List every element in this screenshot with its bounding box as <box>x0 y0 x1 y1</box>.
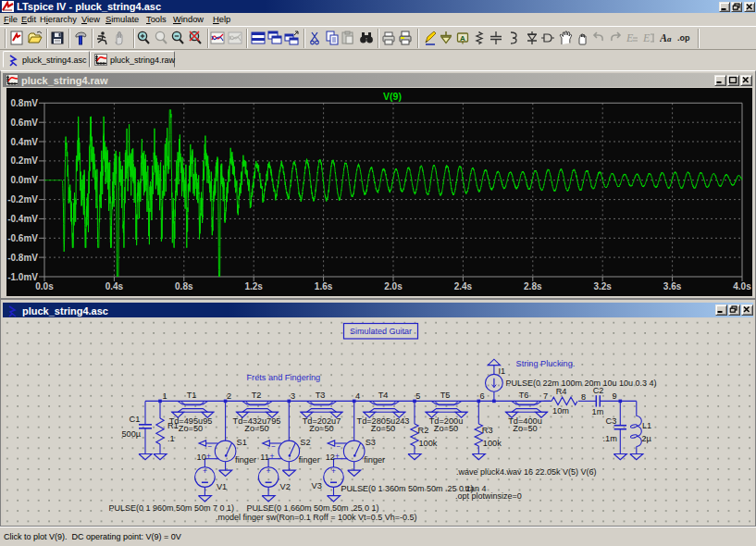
svg-text:.1: .1 <box>167 434 175 443</box>
svg-text:0.2mV: 0.2mV <box>11 155 39 166</box>
svg-text:L1: L1 <box>642 421 651 430</box>
svg-text:I1: I1 <box>499 366 506 376</box>
svg-text:-0.4mV: -0.4mV <box>7 214 38 224</box>
svg-text:9: 9 <box>612 391 616 401</box>
svg-text:-0.8mV: -0.8mV <box>7 253 38 263</box>
svg-text:2.0s: 2.0s <box>384 281 403 292</box>
svg-text:.model finger sw(Ron=0.1 Roff: .model finger sw(Ron=0.1 Roff = 100k Vt=… <box>216 513 416 522</box>
svg-text:S3: S3 <box>366 438 376 447</box>
svg-text:T3: T3 <box>316 391 326 400</box>
svg-text:7: 7 <box>543 391 548 401</box>
svg-text:A: A <box>660 31 667 44</box>
svg-text:6: 6 <box>479 391 484 401</box>
svg-text:C3: C3 <box>606 416 617 426</box>
svg-text:2: 2 <box>227 391 231 401</box>
svg-text:1m: 1m <box>592 407 604 416</box>
svg-text:PULSE(0 22m 100m 20m 10u 10u 0: PULSE(0 22m 100m 20m 10u 10u 0.3 4) <box>506 378 657 388</box>
svg-text:1: 1 <box>162 391 167 401</box>
svg-text:Zo=50: Zo=50 <box>371 424 395 433</box>
svg-text:+: + <box>331 466 336 476</box>
svg-text:C1: C1 <box>130 415 141 424</box>
svg-text:2µ: 2µ <box>642 434 652 443</box>
svg-text:100k: 100k <box>483 439 502 448</box>
svg-text:E: E <box>642 31 651 44</box>
svg-text:+: + <box>206 452 211 461</box>
svg-text:2.8s: 2.8s <box>524 281 542 292</box>
svg-text:.op: .op <box>677 33 690 43</box>
svg-text:R3: R3 <box>482 426 493 435</box>
svg-text:E: E <box>626 31 634 44</box>
svg-text:T5: T5 <box>440 391 451 400</box>
svg-text:+: + <box>203 466 207 476</box>
svg-text:Zo=50: Zo=50 <box>513 424 537 433</box>
svg-text:-0.6mV: -0.6mV <box>7 233 38 243</box>
svg-text:12: 12 <box>326 453 335 462</box>
svg-text:V2: V2 <box>280 482 291 491</box>
svg-text:finger: finger <box>364 455 385 465</box>
svg-text:10m: 10m <box>552 406 569 416</box>
svg-text:Frets and Fingering: Frets and Fingering <box>247 373 321 382</box>
svg-text:+: + <box>270 452 275 461</box>
svg-text:0.8s: 0.8s <box>175 281 193 292</box>
svg-text:V1: V1 <box>217 482 227 491</box>
svg-text:3.2s: 3.2s <box>593 281 612 292</box>
svg-text:0.8mV: 0.8mV <box>11 98 39 108</box>
svg-text:.opt plotwinsize=0: .opt plotwinsize=0 <box>455 491 522 501</box>
svg-text:1.6s: 1.6s <box>315 281 333 292</box>
svg-text:2.4s: 2.4s <box>454 281 473 292</box>
svg-text:V(9): V(9) <box>383 91 402 102</box>
svg-text:PULSE(0 1 660m 50m 50m .25 0 1: PULSE(0 1 660m 50m 50m .25 0 1) <box>247 503 379 513</box>
svg-text:3.6s: 3.6s <box>663 281 682 292</box>
svg-text:−: − <box>271 442 276 451</box>
svg-text:finger: finger <box>299 455 320 465</box>
svg-text:0.4s: 0.4s <box>105 281 124 292</box>
svg-text:Zo=50: Zo=50 <box>434 424 458 433</box>
svg-text:R2: R2 <box>418 426 429 435</box>
svg-text:Zo=50: Zo=50 <box>309 424 333 433</box>
svg-text:4.0s: 4.0s <box>733 281 751 292</box>
svg-text:a: a <box>667 34 672 43</box>
svg-text:+: + <box>335 452 340 461</box>
svg-text:V3: V3 <box>312 481 322 490</box>
svg-text:1.2s: 1.2s <box>244 281 263 292</box>
svg-text:0.0mV: 0.0mV <box>11 175 39 185</box>
svg-text:T1: T1 <box>187 391 197 400</box>
svg-text:finger: finger <box>235 455 256 465</box>
svg-text:11: 11 <box>260 453 269 462</box>
svg-text:−: − <box>207 442 212 451</box>
svg-text:-1.0mV: -1.0mV <box>7 272 38 282</box>
svg-text:4: 4 <box>355 391 360 401</box>
svg-text:T6: T6 <box>519 391 529 400</box>
svg-text:−: − <box>337 442 341 451</box>
svg-text:-0.2mV: -0.2mV <box>7 194 38 205</box>
svg-text:8: 8 <box>581 392 586 402</box>
svg-text:Simulated Guitar: Simulated Guitar <box>350 327 412 336</box>
svg-text:.1m: .1m <box>603 434 618 443</box>
svg-text:0.4mV: 0.4mV <box>11 137 39 147</box>
svg-text:R4: R4 <box>556 387 567 396</box>
svg-text:500µ: 500µ <box>122 429 142 439</box>
svg-text:PULSE(0 1 360m 50m 50m .25 0 1: PULSE(0 1 360m 50m 50m .25 0 1) <box>341 484 474 493</box>
svg-text:T2: T2 <box>252 391 262 400</box>
svg-text:T4: T4 <box>378 391 389 400</box>
svg-text:+: + <box>266 466 271 476</box>
svg-text:Zo=50: Zo=50 <box>179 424 203 433</box>
svg-text:3: 3 <box>291 391 295 401</box>
svg-text:5: 5 <box>415 391 420 401</box>
svg-text:S2: S2 <box>300 438 310 447</box>
svg-text:PULSE(0 1 960m 50m 50m 7 0 1): PULSE(0 1 960m 50m 50m 7 0 1) <box>109 503 235 513</box>
svg-text:Zo=50: Zo=50 <box>244 424 268 433</box>
svg-text:0.6mV: 0.6mV <box>11 118 39 128</box>
svg-text:100k: 100k <box>419 439 438 448</box>
svg-text:10: 10 <box>197 453 206 462</box>
svg-text:S1: S1 <box>237 438 247 447</box>
svg-text:String Plucking.: String Plucking. <box>516 359 576 368</box>
svg-text:.wave pluck4.wav 16 22.05k V(5: .wave pluck4.wav 16 22.05k V(5) V(6) <box>456 467 597 477</box>
svg-text:A: A <box>460 34 465 43</box>
svg-text:0.0s: 0.0s <box>35 281 54 292</box>
